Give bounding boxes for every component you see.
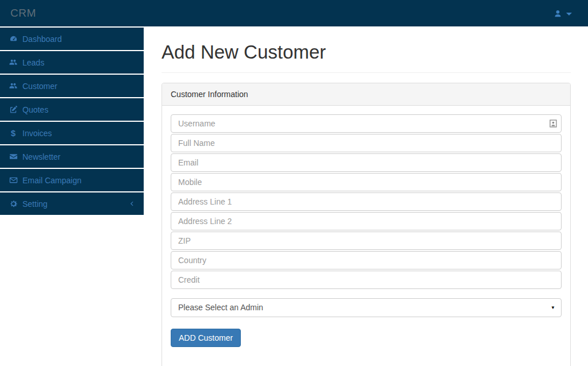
sidebar-item-setting[interactable]: Setting (0, 192, 144, 215)
panel-body: Please Select an Admin ▼ ADD Customer (162, 106, 570, 366)
pencil-square-icon (9, 105, 18, 114)
envelope-filled-icon (9, 152, 18, 161)
sidebar-item-email-campaign[interactable]: Email Campaign (0, 169, 144, 191)
sidebar-item-invoices[interactable]: $ Invoices (0, 122, 144, 144)
sidebar-item-quotes[interactable]: Quotes (0, 98, 144, 121)
full-name-input[interactable] (171, 134, 562, 152)
users-icon (9, 58, 18, 67)
sidebar-item-label: Quotes (22, 105, 48, 114)
add-customer-button[interactable]: ADD Customer (171, 329, 241, 347)
sidebar-item-label: Setting (22, 199, 48, 209)
address-line-1-input[interactable] (171, 192, 562, 211)
gear-icon (9, 199, 18, 208)
sidebar-item-label: Newsletter (22, 152, 60, 161)
caret-down-icon (566, 13, 572, 16)
sidebar-item-label: Leads (22, 58, 44, 67)
admin-select-wrap: Please Select an Admin ▼ (171, 298, 562, 317)
main-content: Add New Customer Customer Information Pl… (144, 28, 588, 366)
sidebar-item-label: Invoices (22, 129, 52, 138)
panel-header: Customer Information (162, 83, 570, 106)
sidebar-item-newsletter[interactable]: Newsletter (0, 145, 144, 168)
user-icon (554, 9, 562, 18)
tachometer-icon (9, 34, 18, 43)
customer-information-panel: Customer Information Please Select an Ad… (162, 83, 571, 366)
address-line-2-input[interactable] (171, 212, 562, 230)
zip-input[interactable] (171, 232, 562, 250)
chevron-left-icon (129, 200, 135, 207)
sidebar-item-label: Dashboard (22, 34, 62, 44)
country-input[interactable] (171, 251, 562, 269)
sidebar-item-customer[interactable]: Customer (0, 75, 144, 97)
mobile-input[interactable] (171, 173, 562, 191)
sidebar-item-dashboard[interactable]: Dashboard (0, 28, 144, 50)
envelope-outline-icon (9, 176, 18, 184)
username-input[interactable] (171, 114, 562, 133)
user-menu[interactable] (554, 9, 572, 18)
users-icon (9, 82, 18, 90)
username-field-wrap (171, 114, 562, 133)
email-input[interactable] (171, 153, 562, 172)
sidebar-item-leads[interactable]: Leads (0, 51, 144, 74)
sidebar-item-label: Customer (22, 82, 57, 91)
dollar-icon: $ (9, 129, 18, 137)
sidebar-item-label: Email Campaign (22, 176, 82, 185)
credit-input[interactable] (171, 271, 562, 289)
top-navbar: CRM (0, 0, 588, 26)
sidebar-nav: Dashboard Leads Customer Quotes $ Invoic… (0, 28, 144, 216)
page-title: Add New Customer (162, 41, 571, 73)
admin-select[interactable]: Please Select an Admin (171, 298, 562, 317)
brand-logo[interactable]: CRM (10, 7, 36, 20)
